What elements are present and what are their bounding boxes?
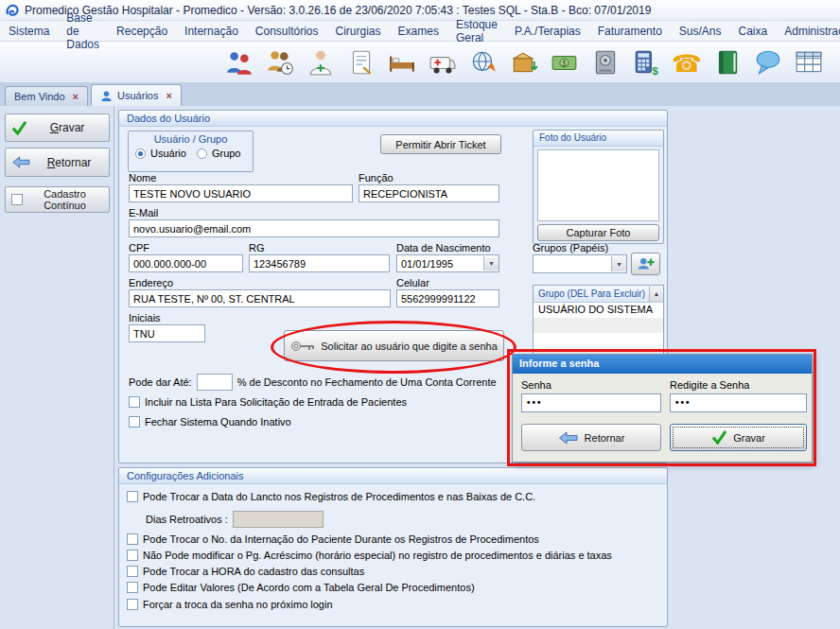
capturar-foto-button[interactable]: Capturar Foto — [537, 224, 659, 241]
configuracoes-header: Configurações Adicionais — [119, 468, 667, 484]
popup-gravar-button[interactable]: Gravar — [670, 424, 807, 451]
incluir-lista-label: Incluir na Lista Para Solicitação de Ent… — [145, 396, 407, 408]
stock-icon[interactable] — [510, 48, 538, 77]
nome-input[interactable]: TESTE NOVO USUARIO — [129, 184, 353, 202]
safe-icon[interactable] — [591, 48, 620, 77]
editar-valores-checkbox[interactable] — [127, 582, 138, 593]
menu-item-exames[interactable]: Exames — [390, 22, 447, 41]
nome-label: Nome — [129, 172, 156, 183]
menu-item-consultorios[interactable]: Consultórios — [247, 22, 327, 41]
desconto-label: Pode dar Até: — [129, 376, 192, 388]
scroll-up-icon[interactable]: ▲ — [649, 287, 663, 302]
tab-usuarios[interactable]: Usuários × — [91, 84, 182, 106]
add-grupo-button[interactable] — [631, 253, 660, 275]
dias-retroativos-input[interactable] — [233, 511, 324, 528]
tab-bem-vindo[interactable]: Bem Vindo × — [5, 86, 88, 106]
prescription-icon[interactable] — [347, 48, 376, 77]
cadastro-continuo-checkbox[interactable] — [11, 194, 23, 205]
tab-close-icon[interactable]: × — [166, 90, 171, 101]
popup-retornar-button[interactable]: Retornar — [521, 424, 661, 451]
tab-close-icon[interactable]: × — [73, 91, 79, 102]
config-row: Forçar a troca da senha no próximo login — [127, 599, 333, 610]
celular-input[interactable]: 5562999991122 — [396, 289, 499, 307]
rg-label: RG — [249, 242, 265, 253]
table-icon[interactable] — [795, 48, 823, 77]
chat-icon[interactable] — [754, 48, 782, 77]
trocar-hora-checkbox[interactable] — [127, 566, 138, 577]
window-title: Promedico Gestão Hospitalar - Promedico … — [25, 4, 651, 17]
menu-item-faturamento[interactable]: Faturamento — [589, 22, 671, 41]
menu-item-sistema[interactable]: Sistema — [0, 22, 58, 41]
hospital-bed-icon[interactable] — [388, 48, 416, 77]
senha-label: Senha — [521, 379, 551, 391]
desconto-input[interactable] — [197, 374, 233, 391]
desconto-row: Pode dar Até: % de Desconto no Fechament… — [129, 374, 497, 391]
cpf-input[interactable]: 000.000.000-00 — [129, 254, 243, 272]
endereco-input[interactable]: RUA TESTE, Nº 00, ST. CENTRAL — [129, 289, 391, 307]
book-icon[interactable] — [713, 48, 742, 77]
redigite-senha-input[interactable]: ••• — [670, 393, 807, 412]
rg-input[interactable]: 123456789 — [249, 254, 390, 272]
radio-usuario[interactable] — [135, 149, 146, 159]
menu-item-sus-ans[interactable]: Sus/Ans — [671, 22, 730, 41]
patients-icon[interactable] — [225, 48, 254, 77]
senha-input[interactable]: ••• — [521, 393, 661, 412]
ambulance-icon[interactable] — [429, 48, 457, 77]
toolbar: $ $ ☎ — [0, 42, 840, 83]
doctor-icon[interactable] — [306, 48, 335, 77]
capturar-foto-label: Capturar Foto — [567, 227, 631, 238]
grupo-list-header: Grupo (DEL Para Excluir) — [538, 288, 645, 299]
config-label: Não Pode modificar o Pg. Acréscimo (horá… — [143, 550, 612, 561]
desconto-suffix: % de Desconto no Fechamento de Uma Conta… — [237, 376, 497, 388]
menu-item-caixa[interactable]: Caixa — [730, 22, 777, 41]
menu-item-administracao[interactable]: Administração — [776, 22, 840, 41]
calculator-icon[interactable]: $ — [632, 48, 660, 77]
radio-grupo[interactable] — [197, 149, 207, 159]
menu-item-cirurgias[interactable]: Cirurgias — [327, 22, 390, 41]
foto-usuario-header: Foto do Usuário — [534, 131, 663, 147]
dialog-titlebar: Informe a senha — [513, 355, 812, 374]
iniciais-label: Iniciais — [129, 312, 161, 323]
solicitar-senha-label: Solicitar ao usuário que digite a senha — [321, 341, 498, 352]
grupos-papeis-combo[interactable]: ▼ — [533, 254, 627, 273]
config-row: Pode Trocar o No. da Internação do Pacie… — [127, 533, 539, 545]
nao-modificar-acrescimo-checkbox[interactable] — [127, 550, 138, 561]
svg-text:$: $ — [562, 58, 568, 68]
incluir-lista-checkbox[interactable] — [129, 396, 140, 408]
popup-retornar-label: Retornar — [585, 432, 625, 444]
foto-preview — [537, 149, 659, 221]
menu-item-base-de-dados[interactable]: Base de Dados — [58, 9, 108, 54]
menu-item-recepcao[interactable]: Recepção — [108, 22, 176, 41]
trocar-data-lancto-checkbox[interactable] — [127, 491, 138, 502]
iniciais-input[interactable]: TNU — [129, 324, 205, 342]
gravar-button[interactable]: Gravar — [5, 114, 110, 142]
tabstrip: Bem Vindo × Usuários × — [0, 83, 840, 106]
menu-item-estoque-geral[interactable]: Estoque Geral — [447, 15, 506, 47]
nascimento-combo[interactable]: 01/01/1995 ▼ — [396, 254, 499, 272]
chevron-down-icon[interactable]: ▼ — [483, 256, 499, 271]
cpf-label: CPF — [129, 242, 149, 253]
billing-icon[interactable]: $ — [551, 48, 579, 77]
retornar-button[interactable]: Retornar — [5, 148, 110, 177]
svg-text:$: $ — [652, 63, 658, 76]
solicitar-senha-button[interactable]: Solicitar ao usuário que digite a senha — [284, 330, 504, 361]
list-item[interactable]: USUÁRIO DO SISTEMA — [534, 303, 663, 318]
arrow-left-icon — [558, 431, 579, 445]
fechar-sistema-checkbox[interactable] — [129, 416, 140, 428]
titlebar: Promedico Gestão Hospitalar - Promedico … — [0, 0, 840, 21]
nascimento-value: 01/01/1995 — [401, 258, 453, 270]
funcao-input[interactable]: RECEPCIONISTA — [359, 184, 499, 202]
permitir-abrir-ticket-button[interactable]: Permitir Abrir Ticket — [380, 134, 501, 154]
cadastro-continuo-toggle[interactable]: Cadastro Contínuo — [5, 186, 110, 213]
phone-icon[interactable]: ☎ — [673, 48, 701, 77]
menu-item-internacao[interactable]: Internação — [176, 22, 247, 41]
forcar-troca-senha-checkbox[interactable] — [127, 599, 138, 610]
config-row: Pode Editar Valores (De Acordo com a Tab… — [127, 582, 475, 593]
menu-item-pa-terapias[interactable]: P.A./Terapias — [506, 22, 589, 41]
network-icon[interactable] — [469, 48, 498, 77]
chevron-down-icon[interactable]: ▼ — [611, 256, 626, 271]
agenda-icon[interactable] — [266, 48, 294, 77]
trocar-internacao-checkbox[interactable] — [127, 533, 138, 545]
email-input[interactable]: novo.usuario@email.com — [129, 219, 499, 237]
gravar-label: Gravar — [31, 121, 103, 134]
